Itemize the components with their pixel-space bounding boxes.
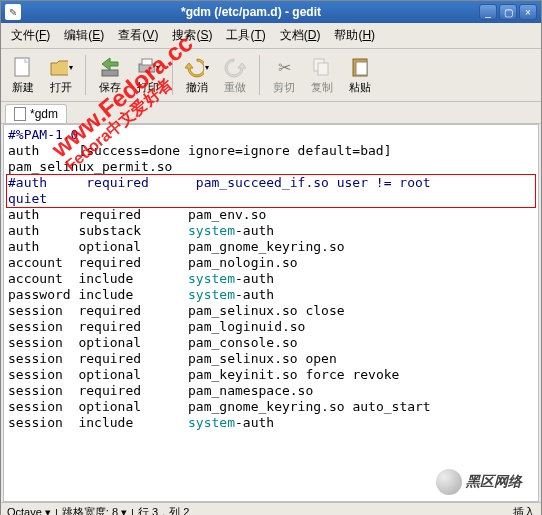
editor-line: session optional pam_gnome_keyring.so au… — [8, 399, 534, 415]
editor-line: password include system-auth — [8, 287, 534, 303]
svg-rect-2 — [102, 70, 118, 76]
menu-search[interactable]: 搜索(S) — [166, 25, 218, 46]
save-button[interactable]: 保存 — [92, 53, 128, 97]
editor-line: session optional pam_console.so — [8, 335, 534, 351]
editor-line: session include system-auth — [8, 415, 534, 431]
editor-line: session required pam_namespace.so — [8, 383, 534, 399]
window-title: *gdm (/etc/pam.d) - gedit — [25, 5, 477, 19]
editor-line: auth required pam_env.so — [8, 207, 534, 223]
app-icon: ✎ — [5, 4, 21, 20]
cut-icon: ✂ — [272, 55, 296, 79]
titlebar: ✎ *gdm (/etc/pam.d) - gedit _ ▢ × — [1, 1, 541, 23]
editor-line: #%PAM-1.0 — [8, 127, 534, 143]
cut-button: ✂ 剪切 — [266, 53, 302, 97]
tab-label: *gdm — [30, 107, 58, 121]
close-button[interactable]: × — [519, 4, 537, 20]
print-button[interactable]: ▾ 打印 — [130, 53, 166, 97]
editor-line: session required pam_loginuid.so — [8, 319, 534, 335]
undo-button[interactable]: ▾ 撤消 — [179, 53, 215, 97]
application-window: ✎ *gdm (/etc/pam.d) - gedit _ ▢ × 文件(F) … — [0, 0, 542, 515]
menu-file[interactable]: 文件(F) — [5, 25, 56, 46]
paste-icon — [348, 55, 372, 79]
undo-icon: ▾ — [185, 55, 209, 79]
menubar: 文件(F) 编辑(E) 查看(V) 搜索(S) 工具(T) 文档(D) 帮助(H… — [1, 23, 541, 49]
tabwidth-selector[interactable]: 跳格宽度: 8 ▾ — [62, 505, 127, 515]
svg-rect-4 — [142, 59, 152, 65]
print-icon: ▾ — [136, 55, 160, 79]
text-editor[interactable]: #%PAM-1.0auth [success=done ignore=ignor… — [3, 124, 539, 502]
tabbar: *gdm — [1, 102, 541, 124]
editor-line: session required pam_selinux.so close — [8, 303, 534, 319]
editor-line: session required pam_selinux.so open — [8, 351, 534, 367]
separator — [85, 55, 86, 95]
editor-line: account required pam_nologin.so — [8, 255, 534, 271]
menu-view[interactable]: 查看(V) — [112, 25, 164, 46]
redo-button: 重做 — [217, 53, 253, 97]
syntax-selector[interactable]: Octave ▾ — [7, 506, 51, 515]
redo-icon — [223, 55, 247, 79]
svg-rect-6 — [318, 63, 328, 75]
document-icon — [14, 107, 26, 121]
svg-rect-8 — [356, 62, 367, 75]
menu-help[interactable]: 帮助(H) — [328, 25, 381, 46]
toolbar: 新建 ▾ 打开 保存 ▾ 打印 ▾ 撤消 — [1, 49, 541, 102]
menu-tools[interactable]: 工具(T) — [220, 25, 271, 46]
menu-edit[interactable]: 编辑(E) — [58, 25, 110, 46]
editor-line: auth optional pam_gnome_keyring.so — [8, 239, 534, 255]
menu-documents[interactable]: 文档(D) — [274, 25, 327, 46]
paste-button[interactable]: 粘贴 — [342, 53, 378, 97]
statusbar: Octave ▾ | 跳格宽度: 8 ▾ | 行 3，列 2 插入 — [1, 502, 541, 515]
editor-line: pam_selinux_permit.so — [8, 159, 534, 175]
separator — [172, 55, 173, 95]
editor-line: session optional pam_keyinit.so force re… — [8, 367, 534, 383]
maximize-button[interactable]: ▢ — [499, 4, 517, 20]
svg-rect-0 — [15, 58, 29, 76]
new-button[interactable]: 新建 — [5, 53, 41, 97]
editor-line: auth substack system-auth — [8, 223, 534, 239]
copy-button: 复制 — [304, 53, 340, 97]
insert-mode: 插入 — [513, 505, 535, 515]
copy-icon — [310, 55, 334, 79]
save-icon — [98, 55, 122, 79]
separator — [259, 55, 260, 95]
editor-line: auth [success=done ignore=ignore default… — [8, 143, 534, 159]
cursor-position: 行 3，列 2 — [138, 505, 189, 515]
document-tab[interactable]: *gdm — [5, 104, 67, 123]
highlight-box — [6, 174, 536, 208]
open-button[interactable]: ▾ 打开 — [43, 53, 79, 97]
editor-line: account include system-auth — [8, 271, 534, 287]
open-folder-icon: ▾ — [49, 55, 73, 79]
new-file-icon — [11, 55, 35, 79]
minimize-button[interactable]: _ — [479, 4, 497, 20]
